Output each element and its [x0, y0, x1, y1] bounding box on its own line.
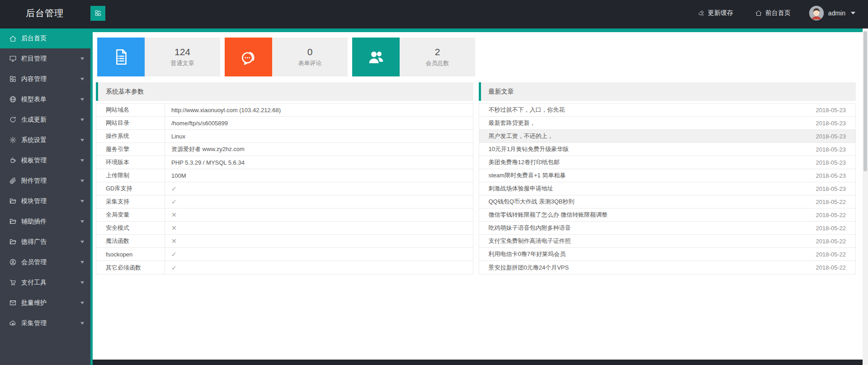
user-menu[interactable]: admin: [809, 5, 855, 21]
sidebar-item[interactable]: 模块管理: [0, 191, 90, 211]
article-title: 景安拉新拼团0元撸24个月VPS: [479, 261, 816, 274]
sidebar-item[interactable]: 内容管理: [0, 69, 90, 89]
stat-card[interactable]: 124 普通文章: [97, 38, 220, 76]
system-params-panel: 系统基本参数 网站域名 http://www.xiaonuoyl.com (10…: [96, 82, 473, 275]
sidebar-item[interactable]: 栏目管理: [0, 48, 90, 69]
article-row[interactable]: QQ钱包Q币大作战 亲测3QB秒到 2018-05-22: [479, 195, 856, 209]
sidebar-item-label: 生成更新: [21, 116, 80, 124]
users-icon: [367, 47, 386, 66]
table-row: 网站目录 /home/ftp/s/s6005899: [96, 117, 473, 130]
param-label: GD库支持: [96, 182, 165, 195]
param-value: Linux: [165, 130, 473, 142]
param-label: 操作系统: [96, 130, 165, 142]
sidebar-item[interactable]: 批量维护: [0, 293, 90, 313]
article-title: 10元开1月黄钻免费升级豪华版: [479, 143, 816, 156]
chevron-down-icon: [80, 302, 84, 304]
sidebar-item-label: 采集管理: [21, 319, 80, 327]
article-row[interactable]: 10元开1月黄钻免费升级豪华版 2018-05-23: [479, 143, 856, 156]
param-label: 网站域名: [96, 104, 165, 116]
folder-icon: [9, 238, 17, 246]
article-row[interactable]: steam限时免费喜+1 简单粗暴 2018-05-23: [479, 169, 856, 182]
article-row[interactable]: 刺激战场体验服申请地址 2018-05-23: [479, 182, 856, 195]
latest-articles-panel: 最新文章 不秒过就不下，入口，你先花 2018-05-23 最新套路贷更新， 2…: [479, 82, 856, 275]
sidebar-item[interactable]: 采集管理: [0, 313, 90, 333]
system-params-table: 网站域名 http://www.xiaonuoyl.com (103.42.21…: [96, 103, 473, 275]
sidebar-item[interactable]: 模型表单: [0, 89, 90, 109]
article-row[interactable]: 美团免费撸12卷打印纸包邮 2018-05-23: [479, 156, 856, 169]
chevron-down-icon: [80, 119, 84, 121]
article-date: 2018-05-23: [816, 182, 856, 195]
refresh-icon: [9, 116, 17, 123]
sidebar-item-label: 模型表单: [21, 95, 80, 104]
chevron-down-icon: [80, 159, 84, 162]
sidebar-item[interactable]: 后台首页: [0, 28, 90, 48]
sidebar-item-label: 模块管理: [21, 197, 80, 205]
cart-icon: [9, 279, 17, 286]
chevron-down-icon: [80, 98, 84, 101]
article-row[interactable]: 不秒过就不下，入口，你先花 2018-05-23: [479, 104, 856, 117]
table-row: 安全模式 ✕: [96, 222, 473, 235]
article-row[interactable]: 景安拉新拼团0元撸24个月VPS 2018-05-22: [479, 261, 856, 274]
chevron-down-icon: [80, 241, 84, 243]
chevron-down-icon: [80, 322, 84, 325]
grid-icon: [94, 9, 102, 17]
system-params-header: 系统基本参数: [96, 82, 473, 101]
sidebar-item[interactable]: 生成更新: [0, 109, 90, 130]
sidebar-item[interactable]: 系统设置: [0, 130, 90, 150]
sidebar-item[interactable]: 支付工具: [0, 272, 90, 293]
stat-label: 表单评论: [298, 59, 322, 67]
param-label: 环境版本: [96, 156, 165, 169]
article-row[interactable]: 支付宝免费制作高清电子证件照 2018-05-22: [479, 235, 856, 248]
article-date: 2018-05-22: [816, 248, 856, 261]
sidebar-item-label: 模板管理: [21, 156, 80, 165]
param-label: 采集支持: [96, 195, 165, 208]
folder-icon: [9, 218, 17, 225]
mail-icon: [9, 299, 17, 307]
chevron-down-icon: [80, 220, 84, 223]
article-title: QQ钱包Q币大作战 亲测3QB秒到: [479, 195, 816, 208]
front-home-button[interactable]: 前台首页: [755, 9, 791, 17]
stat-value: 0: [307, 47, 313, 57]
article-row[interactable]: 黑户发工资，不还的上， 2018-05-23: [479, 130, 856, 143]
article-date: 2018-05-23: [816, 130, 856, 142]
sidebar-item-label: 内容管理: [21, 75, 80, 83]
chevron-down-icon: [80, 78, 84, 81]
sidebar-toggle-button[interactable]: [90, 6, 105, 21]
table-row: 网站域名 http://www.xiaonuoyl.com (103.42.21…: [96, 104, 473, 117]
system-params-title: 系统基本参数: [106, 88, 144, 96]
param-value: ✓: [165, 261, 473, 274]
param-value: ✕: [165, 209, 473, 221]
sidebar-item-label: 附件管理: [21, 177, 80, 185]
chevron-down-icon: [80, 200, 84, 203]
param-value: 资源爱好者 www.zy2hz.com: [165, 143, 473, 156]
article-title: 微信零钱转账限额了怎么办 微信转账限额调整: [479, 209, 816, 221]
comments-icon: [239, 47, 258, 66]
param-value: 100M: [165, 169, 473, 182]
update-cache-button[interactable]: 更新缓存: [698, 9, 733, 17]
article-row[interactable]: 微信零钱转账限额了怎么办 微信转账限额调整 2018-05-22: [479, 209, 856, 222]
gear-icon: [9, 136, 17, 144]
sidebar-item[interactable]: 模板管理: [0, 150, 90, 171]
chevron-down-icon: [80, 261, 84, 264]
sidebar-item-label: 系统设置: [21, 136, 80, 144]
sidebar-item[interactable]: 附件管理: [0, 171, 90, 191]
sidebar-item[interactable]: 辅助插件: [0, 211, 90, 232]
home-icon: [9, 35, 17, 43]
stat-card[interactable]: 0 表单评论: [225, 38, 348, 76]
param-label: 其它必须函数: [96, 261, 165, 274]
article-date: 2018-05-23: [816, 117, 856, 129]
scrollbar-thumb[interactable]: [863, 31, 867, 171]
article-row[interactable]: 最新套路贷更新， 2018-05-23: [479, 117, 856, 130]
sidebar: 后台首页 栏目管理 内容管理 模型表单 生成更新 系统设置: [0, 28, 90, 365]
stat-value: 2: [435, 47, 440, 57]
article-title: 吃鸡萌妹子语音包内附多种语音: [479, 222, 816, 234]
stat-card[interactable]: 2 会员总数: [352, 38, 475, 76]
sidebar-item[interactable]: 德得广告: [0, 232, 90, 252]
dashboard-panels: 系统基本参数 网站域名 http://www.xiaonuoyl.com (10…: [96, 82, 856, 275]
table-row: fsockopen ✓: [96, 248, 473, 261]
param-value: ✕: [165, 235, 473, 247]
sidebar-item[interactable]: 会员管理: [0, 252, 90, 272]
article-row[interactable]: 利用电信卡0撸7年好莱坞会员 2018-05-22: [479, 248, 856, 261]
article-row[interactable]: 吃鸡萌妹子语音包内附多种语音 2018-05-22: [479, 222, 856, 235]
folder-icon: [9, 197, 17, 205]
